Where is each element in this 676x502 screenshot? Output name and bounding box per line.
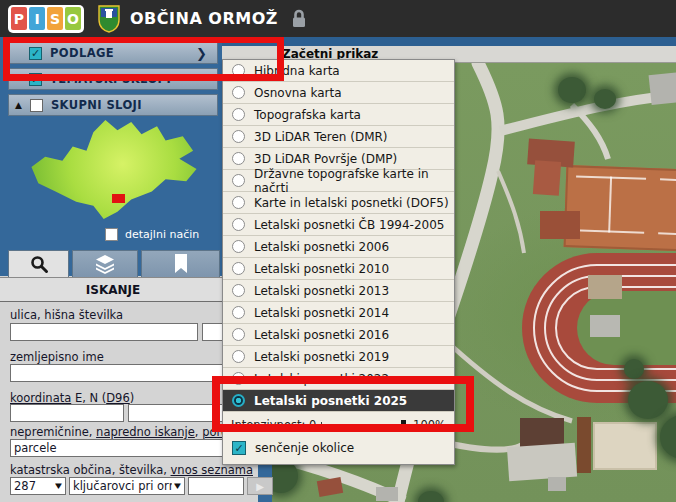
cadastre-label: katastrska občina, številka, vnos seznam…	[10, 463, 253, 477]
radio-icon	[232, 328, 245, 341]
parcel-number-input[interactable]	[188, 477, 244, 495]
logo-letter: I	[29, 7, 45, 30]
collapse-arrow-icon[interactable]: ▲	[15, 100, 22, 110]
basemap-option-label: Letalski posnetki 2014	[254, 306, 389, 320]
detail-mode-toggle[interactable]: detajlni način	[105, 228, 199, 241]
basemap-option-label: Letalski posnetki 2010	[254, 262, 389, 276]
geoname-input[interactable]	[10, 364, 240, 382]
radio-icon	[232, 284, 245, 297]
house-roof	[533, 160, 561, 196]
track-infield-pad	[590, 315, 620, 337]
sidebar-section-skupni[interactable]: ▲ SKUPNI SLOJI	[8, 94, 218, 116]
shading-label: senčenje okolice	[255, 441, 354, 455]
basemap-option[interactable]: Letalski posnetki 2010	[223, 258, 454, 280]
basemap-option-label: Letalski posnetki 2013	[254, 284, 389, 298]
basemap-option-label: Letalski posnetki 2006	[254, 240, 389, 254]
radio-icon	[232, 350, 245, 363]
chevron-down-icon: ▼	[55, 482, 62, 490]
annotation-box-2025	[212, 376, 474, 432]
basemap-option-label: Letalski posnetki 2019	[254, 350, 389, 364]
logo-letter: P	[11, 7, 27, 30]
radio-icon	[232, 108, 245, 121]
piso-logo[interactable]: PISO	[8, 5, 84, 33]
basemap-list: Hibridna kartaOsnovna kartaTopografska k…	[223, 60, 454, 412]
sand-pit	[593, 422, 657, 470]
tab-search[interactable]	[8, 250, 69, 277]
search-go-button[interactable]: ▶	[247, 477, 273, 495]
lock-icon[interactable]	[290, 8, 308, 29]
coordinate-label: koordinata E, N (D96)	[10, 391, 134, 405]
basemap-option[interactable]: Letalski posnetki 2013	[223, 280, 454, 302]
basemap-option[interactable]: Letalski posnetki 2019	[223, 346, 454, 368]
layers-icon	[94, 254, 116, 274]
page-title: OBČINA ORMOŽ	[130, 9, 278, 28]
bookmark-icon	[173, 254, 189, 274]
address-label: ulica, hišna številka	[10, 308, 123, 322]
municipality-shape	[28, 118, 200, 220]
geoname-label: zemljepisno ime	[10, 350, 104, 364]
basemap-option-label: 3D LiDAR Površje (DMP)	[254, 152, 397, 166]
datum-d96-link[interactable]: D96	[106, 391, 130, 405]
coordinate-link[interactable]: koordinata	[10, 391, 71, 405]
play-arrow-icon: ▶	[256, 481, 264, 492]
driveway	[507, 443, 577, 482]
tab-bookmarks[interactable]	[141, 250, 220, 277]
radio-icon	[232, 130, 245, 143]
radio-icon	[232, 152, 245, 165]
basemap-option-label: Osnovna karta	[254, 86, 342, 100]
checked-checkbox-icon[interactable]: ✓	[232, 441, 246, 455]
basemap-option-label: Karte in letalski posnetki (DOF5)	[254, 196, 449, 210]
unchecked-checkbox[interactable]	[30, 99, 43, 112]
app-header: PISO OBČINA ORMOŽ	[0, 0, 676, 37]
sidebar-tabs	[8, 250, 220, 277]
chevron-down-icon: ▼	[174, 482, 181, 490]
basemap-option[interactable]: Topografska karta	[223, 104, 454, 126]
logo-letter: O	[65, 7, 81, 30]
unchecked-checkbox[interactable]	[105, 228, 118, 241]
cadastre-name-select[interactable]: ključarovci pri ormožu ▼	[69, 477, 185, 495]
small-building	[548, 477, 566, 491]
basemap-option[interactable]: Državne topografske karte in načrti	[223, 170, 454, 192]
piso-app: Začetni prikaz ✓ PODLAGE ❯ ✓ TEMATSKI SK…	[0, 0, 676, 502]
advanced-search-link[interactable]: napredno iskanje	[96, 425, 195, 439]
radio-icon	[232, 86, 245, 99]
detail-mode-label: detajlni način	[125, 228, 199, 241]
list-entry-link[interactable]: vnos seznama	[171, 463, 253, 477]
coordinate-e-input[interactable]	[10, 404, 124, 422]
basemap-option[interactable]: Letalski posnetki 2006	[223, 236, 454, 258]
map-extent-marker	[112, 194, 125, 203]
cadastre-number-select[interactable]: 287 ▼	[10, 477, 66, 495]
basemap-option[interactable]: Letalski posnetki ČB 1994-2005	[223, 214, 454, 236]
basemap-option-label: Letalski posnetki ČB 1994-2005	[254, 218, 444, 232]
shed-roof	[588, 275, 622, 299]
sandpit-border	[577, 417, 591, 473]
municipality-crest-icon	[98, 5, 120, 33]
radio-icon	[232, 196, 245, 209]
logo-letter: S	[47, 7, 63, 30]
tab-layers[interactable]	[72, 250, 138, 277]
realestate-type-select[interactable]: parcele ▼	[10, 439, 242, 457]
section-label: SKUPNI SLOJI	[51, 98, 142, 112]
basemap-option[interactable]: 3D LiDAR Teren (DMR)	[223, 126, 454, 148]
basemap-option-label: Letalski posnetki 2016	[254, 328, 389, 342]
overview-map[interactable]	[28, 118, 200, 220]
basemap-option[interactable]: Letalski posnetki 2016	[223, 324, 454, 346]
house-roof	[649, 71, 676, 105]
map-toolbar-blue-strip	[222, 37, 676, 46]
basemap-option-label: Državne topografske karte in načrti	[254, 167, 454, 195]
tennis-courts	[564, 165, 676, 253]
street-input[interactable]	[10, 323, 198, 341]
basemap-option[interactable]: Osnovna karta	[223, 82, 454, 104]
radio-icon	[232, 306, 245, 319]
house-roof	[540, 211, 580, 239]
search-icon	[29, 254, 49, 274]
basemap-option-label: 3D LiDAR Teren (DMR)	[254, 130, 388, 144]
house-roof	[376, 487, 398, 501]
radio-icon	[232, 262, 245, 275]
basemap-option-label: Topografska karta	[254, 108, 361, 122]
basemap-option[interactable]: Karte in letalski posnetki (DOF5)	[223, 192, 454, 214]
radio-icon	[232, 174, 245, 187]
search-panel-title: ISKANJE	[0, 277, 226, 302]
shading-toggle-row[interactable]: ✓ senčenje okolice	[223, 436, 454, 464]
basemap-option[interactable]: Letalski posnetki 2014	[223, 302, 454, 324]
